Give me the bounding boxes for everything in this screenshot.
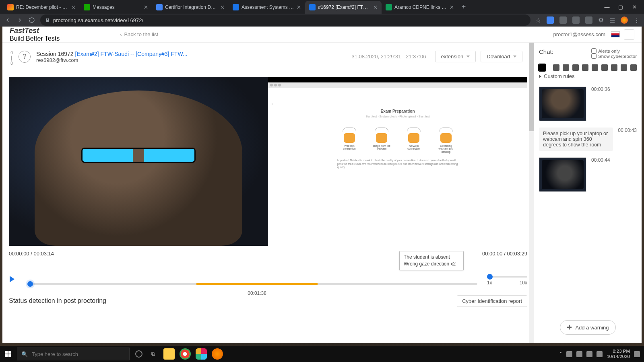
star-icon[interactable]: ☆ xyxy=(535,16,541,24)
onedrive-icon[interactable] xyxy=(566,351,572,357)
flag-type-icon[interactable] xyxy=(630,64,637,71)
ext-icon[interactable] xyxy=(572,16,580,24)
exam-link[interactable]: [Exam#2] FTW-Saudi -- [Company#3] FTW... xyxy=(75,51,188,57)
volume-icon[interactable] xyxy=(586,351,592,357)
checkbox[interactable] xyxy=(591,53,597,59)
ext-icon[interactable] xyxy=(585,16,592,24)
wifi-icon[interactable] xyxy=(576,351,582,357)
tab-gmail[interactable]: RE: December pilot - nate@asses xyxy=(3,1,80,14)
language-flag-icon[interactable] xyxy=(611,31,620,37)
back-to-list-link[interactable]: ‹ Back to the list xyxy=(120,31,158,37)
tab-messages[interactable]: Messages xyxy=(80,1,152,14)
exam-preparation-page: ‹ Exam Preparation Start test › System c… xyxy=(268,97,527,246)
site-icon xyxy=(233,4,239,10)
ext-icon[interactable] xyxy=(559,16,567,24)
tab-docs[interactable]: Certifior Integration Details - Go xyxy=(152,1,229,14)
close-icon[interactable] xyxy=(144,5,148,9)
speed-thumb[interactable] xyxy=(487,274,493,280)
flag-type-icon[interactable] xyxy=(601,64,608,71)
flag-type-icon[interactable] xyxy=(611,64,617,71)
chat-title: Chat: xyxy=(539,48,553,55)
maximize-icon[interactable]: ▢ xyxy=(618,4,623,9)
alerts-only-toggle[interactable]: Alerts only xyxy=(591,48,637,53)
gmail-icon xyxy=(7,4,14,10)
viewport: FastTest Build Better Tests ‹ Back to th… xyxy=(0,27,644,346)
profile-avatar-icon[interactable] xyxy=(621,16,628,24)
notifications-icon[interactable] xyxy=(634,351,640,357)
logo-text: FastTest xyxy=(10,27,60,35)
status-row: Status detection in post proctoring Cybe… xyxy=(2,288,534,309)
flag-tooltip: The student is absent Wrong gaze directi… xyxy=(399,251,464,270)
tray-chevron-icon[interactable]: ˄ xyxy=(559,351,562,357)
app-body: 0┃0 ? Session 16972 [Exam#2] FTW-Saudi -… xyxy=(2,43,642,343)
cortana-icon[interactable] xyxy=(135,350,142,358)
print-button[interactable] xyxy=(624,29,634,40)
close-icon[interactable] xyxy=(221,5,225,9)
reading-list-icon[interactable]: ☰ xyxy=(609,16,615,24)
chat-snapshot[interactable]: 00:00:36 xyxy=(539,86,637,121)
play-button[interactable] xyxy=(10,276,14,282)
close-icon[interactable] xyxy=(72,5,76,9)
file-explorer-icon[interactable] xyxy=(163,348,175,360)
extensions-icon[interactable]: ⚙ xyxy=(598,16,604,24)
close-icon[interactable] xyxy=(450,5,454,9)
kebab-menu-icon[interactable]: ⋮ xyxy=(634,16,640,24)
speed-slider[interactable]: 1x 10x xyxy=(487,273,527,286)
start-button[interactable] xyxy=(0,351,16,357)
taker-email: res6982@ftw.com xyxy=(36,57,188,63)
tab-assessment[interactable]: Assessment Systems Corporation xyxy=(229,1,305,14)
taskbar-clock[interactable]: 8:23 PM 10/14/2020 xyxy=(607,349,630,359)
close-icon[interactable] xyxy=(297,5,301,9)
battery-icon[interactable] xyxy=(597,351,603,357)
flag-type-icon[interactable] xyxy=(553,64,559,71)
mac-max-icon xyxy=(278,84,281,86)
flag-type-icon[interactable] xyxy=(621,64,627,71)
scrollbar-track[interactable] xyxy=(529,43,534,343)
chat-snapshot[interactable]: 00:00:44 xyxy=(539,157,637,192)
checkbox[interactable] xyxy=(591,48,597,53)
snapshot-thumb[interactable] xyxy=(539,86,586,121)
window-close-icon[interactable]: ✕ xyxy=(632,4,637,9)
help-icon[interactable]: ? xyxy=(19,51,31,63)
video-player[interactable]: ‹ Exam Preparation Start test › System c… xyxy=(9,77,527,246)
show-cyberproctor-toggle[interactable]: Show cyberproctor xyxy=(591,53,637,59)
flag-all-icon[interactable] xyxy=(539,64,545,71)
add-warning-button[interactable]: ✛ Add a warning xyxy=(560,320,615,335)
flag-type-icon[interactable] xyxy=(563,64,569,71)
flag-type-icon[interactable] xyxy=(572,64,579,71)
tab-title: Assessment Systems Corporation xyxy=(242,4,295,10)
chat-header: Chat: Alerts only Show cyberproctor xyxy=(539,48,637,59)
snapshot-thumb[interactable] xyxy=(539,157,586,192)
forward-button[interactable] xyxy=(16,16,23,24)
firefox-icon[interactable] xyxy=(212,348,223,360)
new-tab-button[interactable]: + xyxy=(458,0,469,14)
seek-slider[interactable]: 00:01:38 xyxy=(19,280,485,288)
extension-dropdown[interactable]: extension xyxy=(435,51,476,62)
chrome-icon[interactable] xyxy=(180,348,191,360)
tab-sheets[interactable]: Aramco CDPNE links and codes xyxy=(382,1,458,14)
back-button[interactable] xyxy=(4,16,11,24)
snapshot-time: 00:00:36 xyxy=(591,86,610,92)
taskbar-search[interactable]: 🔍 xyxy=(17,348,130,360)
task-view-icon[interactable]: ⧉ xyxy=(147,348,159,360)
taskbar-search-input[interactable] xyxy=(32,351,125,357)
url-field[interactable]: proctoring.sa.examus.net/video/16972/ xyxy=(40,14,530,26)
custom-rules-toggle[interactable]: Custom rules xyxy=(539,73,637,79)
logo-subtitle: Build Better Tests xyxy=(10,35,60,42)
download-dropdown[interactable]: Download xyxy=(481,51,522,62)
site-icon xyxy=(309,4,316,10)
proctoring-app: FastTest Build Better Tests ‹ Back to th… xyxy=(2,27,642,343)
flag-type-icon[interactable] xyxy=(582,64,588,71)
system-tray: ˄ 8:23 PM 10/14/2020 xyxy=(559,349,644,359)
scrollbar-thumb[interactable] xyxy=(529,43,534,131)
tab-proctoring-active[interactable]: #16972 [Exam#2] FTW-Saudi -- xyxy=(305,1,382,14)
slack-icon[interactable] xyxy=(196,348,207,360)
seek-thumb[interactable] xyxy=(27,281,33,287)
reload-button[interactable] xyxy=(28,16,35,24)
close-icon[interactable] xyxy=(374,5,378,9)
minimize-icon[interactable]: — xyxy=(605,4,609,9)
cyber-id-report-button[interactable]: Cyber Identification report xyxy=(457,295,527,307)
ext-icon[interactable] xyxy=(547,16,554,24)
windows-taskbar: 🔍 ⧉ ˄ 8:23 PM 10/14/2020 xyxy=(0,346,644,362)
flag-type-icon[interactable] xyxy=(592,64,598,71)
